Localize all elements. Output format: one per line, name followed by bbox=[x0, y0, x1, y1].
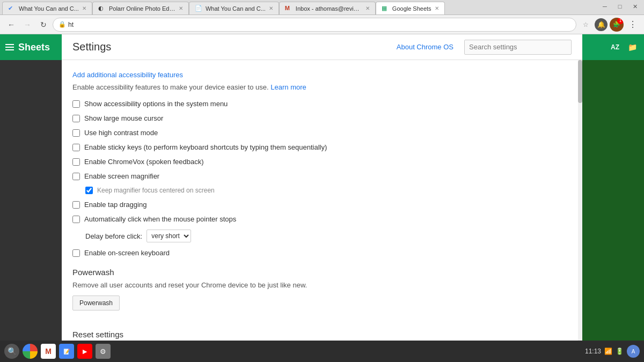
checkbox-label-acc1: Show accessibility options in the system… bbox=[84, 100, 228, 108]
reload-button[interactable]: ↻ bbox=[36, 18, 50, 32]
close-button[interactable]: ✕ bbox=[628, 0, 642, 13]
taskbar: 🔍 M 📝 ▶ ⚙ 11:13 📶 🔋 A bbox=[0, 341, 644, 362]
delay-before-click-row: Delay before click: very short short med… bbox=[85, 230, 572, 242]
checkbox-label-acc8: Automatically click when the mouse point… bbox=[84, 215, 236, 223]
gmail-letter: M bbox=[45, 347, 52, 356]
extension-button[interactable]: 🧩 1 bbox=[610, 18, 624, 32]
add-accessibility-features-link[interactable]: Add additional accessibility features bbox=[72, 71, 183, 79]
maximize-button[interactable]: □ bbox=[613, 0, 627, 13]
checkbox-row-acc8: Automatically click when the mouse point… bbox=[72, 215, 572, 223]
ssl-lock-icon: 🔒 bbox=[58, 21, 66, 28]
tab-3-close[interactable]: ✕ bbox=[269, 5, 273, 11]
hamburger-menu[interactable] bbox=[5, 44, 14, 50]
powerwash-button[interactable]: Powerwash bbox=[72, 295, 120, 311]
about-chrome-os-link[interactable]: About Chrome OS bbox=[397, 43, 453, 51]
tab-5-favicon: ▦ bbox=[382, 5, 389, 12]
browser-toolbar: ← → ↻ 🔒 ht ☆ 🔔 🧩 1 ⋮ bbox=[0, 15, 644, 34]
tab-3[interactable]: 📄 What You Can and C... ✕ bbox=[189, 2, 279, 14]
sheets-sidebar: Sheets bbox=[0, 34, 62, 341]
taskbar-avatar[interactable]: A bbox=[627, 345, 640, 358]
back-button[interactable]: ← bbox=[4, 18, 18, 32]
taskbar-right: 11:13 📶 🔋 A bbox=[585, 345, 640, 358]
tab-5[interactable]: ▦ Google Sheets ✕ bbox=[376, 2, 445, 14]
checkbox-label-acc4: Enable sticky keys (to perform keyboard … bbox=[84, 143, 327, 151]
delay-select[interactable]: very short short medium long very long bbox=[147, 230, 191, 242]
youtube-icon-symbol: ▶ bbox=[83, 348, 87, 355]
checkbox-label-acc2: Show large mouse cursor bbox=[84, 114, 163, 122]
forward-button[interactable]: → bbox=[20, 18, 34, 32]
tab-5-title: Google Sheets bbox=[392, 5, 431, 12]
checkbox-acc8[interactable] bbox=[72, 216, 80, 223]
checkbox-acc2[interactable] bbox=[72, 115, 80, 122]
settings-nav: About Chrome OS bbox=[397, 40, 572, 55]
checkbox-label-acc3: Use high contrast mode bbox=[84, 129, 158, 137]
tab-4-close[interactable]: ✕ bbox=[365, 5, 370, 11]
minimize-button[interactable]: ─ bbox=[598, 0, 612, 13]
taskbar-search-icon[interactable]: 🔍 bbox=[4, 344, 19, 359]
tab-3-title: What You Can and C... bbox=[206, 5, 266, 12]
tab-4-favicon: M bbox=[285, 5, 292, 12]
checkbox-mag1[interactable] bbox=[85, 187, 93, 194]
tab-1[interactable]: ✔ What You Can and C... ✕ bbox=[2, 2, 92, 14]
tab-1-title: What You Can and C... bbox=[19, 5, 79, 12]
tab-4[interactable]: M Inbox - athomas@review... ✕ bbox=[279, 2, 376, 14]
checkbox-acc9[interactable] bbox=[72, 249, 80, 257]
sheets-sidebar-body bbox=[0, 60, 62, 341]
checkbox-acc5[interactable] bbox=[72, 158, 80, 166]
powerwash-description: Remove all user accounts and reset your … bbox=[72, 281, 572, 289]
url-text: ht bbox=[68, 21, 570, 28]
content-area: Sheets Settings About Chrome OS Add addi… bbox=[0, 34, 644, 341]
checkbox-label-acc6: Enable screen magnifier bbox=[84, 172, 159, 180]
notification-icon[interactable]: 🔔 bbox=[595, 18, 608, 31]
checkbox-acc3[interactable] bbox=[72, 129, 80, 137]
sheets-logo: Sheets bbox=[18, 42, 50, 53]
extension-badge: 1 bbox=[617, 18, 624, 24]
checkbox-acc1[interactable] bbox=[72, 100, 80, 108]
checkbox-row-acc6: Enable screen magnifier bbox=[72, 172, 572, 180]
search-settings-input[interactable] bbox=[464, 40, 572, 55]
checkbox-sub-mag1: Keep magnifier focus centered on screen bbox=[85, 187, 572, 194]
settings-body[interactable]: Add additional accessibility features En… bbox=[62, 60, 582, 341]
tab-5-close[interactable]: ✕ bbox=[435, 5, 439, 11]
tab-2-close[interactable]: ✕ bbox=[179, 5, 183, 11]
tab-bar: ✔ What You Can and C... ✕ ◐ Polarr Onlin… bbox=[0, 0, 644, 15]
powerwash-section-header: Powerwash bbox=[72, 268, 572, 277]
checkbox-row-acc9: Enable on-screen keyboard bbox=[72, 249, 572, 257]
checkbox-label-acc5: Enable ChromeVox (spoken feedback) bbox=[84, 158, 204, 166]
scrollbar-thumb[interactable] bbox=[578, 60, 582, 103]
tab-2[interactable]: ◐ Polarr Online Photo Edit... ✕ bbox=[92, 2, 189, 14]
tab-1-close[interactable]: ✕ bbox=[82, 5, 86, 11]
right-panel: AZ 📁 bbox=[582, 34, 644, 341]
address-bar[interactable]: 🔒 ht bbox=[53, 18, 576, 32]
bookmark-star-icon[interactable]: ☆ bbox=[579, 18, 592, 32]
checkbox-row-acc1: Show accessibility options in the system… bbox=[72, 100, 572, 108]
tab-3-favicon: 📄 bbox=[195, 5, 202, 12]
taskbar-youtube-icon[interactable]: ▶ bbox=[77, 344, 92, 359]
tab-2-favicon: ◐ bbox=[98, 5, 106, 12]
settings-title: Settings bbox=[72, 41, 111, 53]
checkbox-label-mag1: Keep magnifier focus centered on screen bbox=[97, 187, 215, 194]
checkbox-acc4[interactable] bbox=[72, 144, 80, 151]
checkbox-label-acc9: Enable on-screen keyboard bbox=[84, 249, 170, 257]
taskbar-gmail-icon[interactable]: M bbox=[41, 344, 56, 359]
scrollbar-track bbox=[578, 60, 582, 341]
right-panel-header: AZ 📁 bbox=[582, 34, 644, 60]
checkbox-acc7[interactable] bbox=[72, 201, 80, 209]
taskbar-docs-icon[interactable]: 📝 bbox=[59, 344, 74, 359]
checkbox-row-acc2: Show large mouse cursor bbox=[72, 114, 572, 122]
checkbox-row-acc7: Enable tap dragging bbox=[72, 201, 572, 209]
menu-button[interactable]: ⋮ bbox=[626, 18, 640, 32]
browser-frame: ✔ What You Can and C... ✕ ◐ Polarr Onlin… bbox=[0, 0, 644, 362]
learn-more-link[interactable]: Learn more bbox=[270, 83, 306, 91]
taskbar-battery-icon: 🔋 bbox=[616, 348, 624, 355]
taskbar-wifi-icon: 📶 bbox=[604, 348, 612, 355]
checkbox-acc6[interactable] bbox=[72, 173, 80, 180]
az-icon[interactable]: AZ bbox=[609, 41, 621, 54]
taskbar-avatar-initial: A bbox=[632, 349, 635, 354]
folder-icon[interactable]: 📁 bbox=[626, 41, 639, 54]
taskbar-chrome-icon[interactable] bbox=[23, 344, 38, 359]
accessibility-description: Enable accessibility features to make yo… bbox=[72, 83, 572, 91]
taskbar-time: 11:13 bbox=[585, 348, 601, 355]
taskbar-settings-icon[interactable]: ⚙ bbox=[96, 344, 111, 359]
toolbar-right: ☆ 🔔 🧩 1 ⋮ bbox=[579, 18, 640, 32]
